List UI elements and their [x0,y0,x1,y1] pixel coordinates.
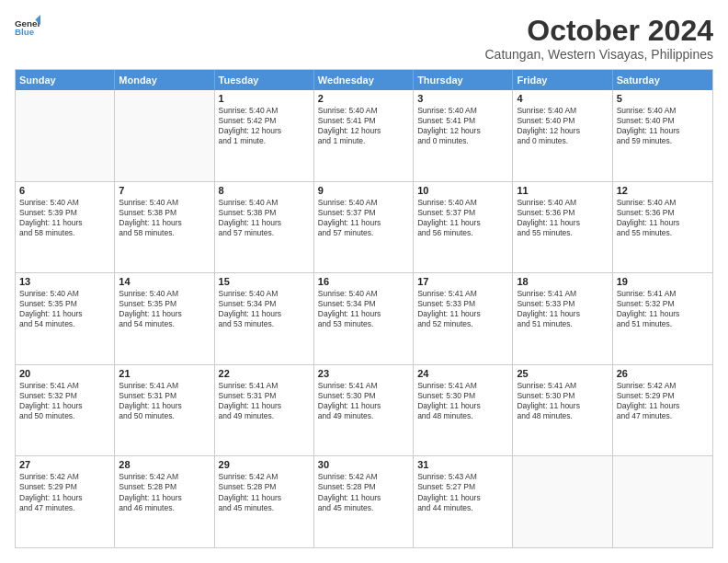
calendar-cell: 15Sunrise: 5:40 AM Sunset: 5:34 PM Dayli… [215,273,314,364]
day-number: 20 [19,368,110,379]
day-number: 2 [318,93,409,104]
main-title: October 2024 [484,15,713,47]
cell-text: Sunrise: 5:42 AM Sunset: 5:28 PM Dayligh… [219,472,310,512]
calendar-cell: 16Sunrise: 5:40 AM Sunset: 5:34 PM Dayli… [314,273,414,364]
calendar-cell [613,456,712,547]
day-number: 13 [19,276,110,287]
svg-text:Blue: Blue [15,27,35,37]
calendar-cell: 27Sunrise: 5:42 AM Sunset: 5:29 PM Dayli… [16,456,115,547]
cell-text: Sunrise: 5:41 AM Sunset: 5:32 PM Dayligh… [617,289,709,329]
day-number: 18 [517,276,608,287]
day-number: 10 [417,185,508,196]
day-number: 30 [318,459,409,470]
day-number: 29 [219,459,310,470]
page: General Blue October 2024 Catungan, West… [0,0,728,563]
calendar-cell: 12Sunrise: 5:40 AM Sunset: 5:36 PM Dayli… [613,182,712,273]
calendar-cell: 25Sunrise: 5:41 AM Sunset: 5:30 PM Dayli… [513,365,612,456]
calendar-cell: 24Sunrise: 5:41 AM Sunset: 5:30 PM Dayli… [414,365,513,456]
day-number: 1 [219,93,310,104]
cell-text: Sunrise: 5:40 AM Sunset: 5:35 PM Dayligh… [119,289,210,329]
calendar-cell: 28Sunrise: 5:42 AM Sunset: 5:28 PM Dayli… [115,456,214,547]
calendar-header-cell: Friday [513,70,612,90]
calendar-cell [513,456,612,547]
cell-text: Sunrise: 5:42 AM Sunset: 5:28 PM Dayligh… [119,472,210,512]
cell-text: Sunrise: 5:41 AM Sunset: 5:30 PM Dayligh… [417,381,508,421]
calendar-cell: 7Sunrise: 5:40 AM Sunset: 5:38 PM Daylig… [115,182,214,273]
day-number: 7 [119,185,210,196]
logo-icon: General Blue [15,15,40,40]
calendar-cell: 5Sunrise: 5:40 AM Sunset: 5:40 PM Daylig… [613,90,712,181]
calendar-cell: 26Sunrise: 5:42 AM Sunset: 5:29 PM Dayli… [613,365,712,456]
cell-text: Sunrise: 5:42 AM Sunset: 5:29 PM Dayligh… [617,381,709,421]
day-number: 14 [119,276,210,287]
calendar-cell: 17Sunrise: 5:41 AM Sunset: 5:33 PM Dayli… [414,273,513,364]
cell-text: Sunrise: 5:40 AM Sunset: 5:39 PM Dayligh… [19,198,110,238]
day-number: 11 [517,185,608,196]
day-number: 5 [617,93,709,104]
day-number: 9 [318,185,409,196]
day-number: 12 [617,185,709,196]
cell-text: Sunrise: 5:40 AM Sunset: 5:41 PM Dayligh… [318,106,409,146]
calendar-cell: 9Sunrise: 5:40 AM Sunset: 5:37 PM Daylig… [314,182,414,273]
calendar-header-cell: Sunday [16,70,115,90]
calendar-cell: 13Sunrise: 5:40 AM Sunset: 5:35 PM Dayli… [16,273,115,364]
cell-text: Sunrise: 5:40 AM Sunset: 5:35 PM Dayligh… [19,289,110,329]
calendar-cell: 21Sunrise: 5:41 AM Sunset: 5:31 PM Dayli… [115,365,214,456]
day-number: 26 [617,368,709,379]
day-number: 17 [417,276,508,287]
day-number: 8 [219,185,310,196]
calendar-cell: 3Sunrise: 5:40 AM Sunset: 5:41 PM Daylig… [414,90,513,181]
cell-text: Sunrise: 5:40 AM Sunset: 5:34 PM Dayligh… [318,289,409,329]
calendar-cell: 6Sunrise: 5:40 AM Sunset: 5:39 PM Daylig… [16,182,115,273]
calendar-cell: 11Sunrise: 5:40 AM Sunset: 5:36 PM Dayli… [513,182,612,273]
day-number: 19 [617,276,709,287]
day-number: 28 [119,459,210,470]
cell-text: Sunrise: 5:40 AM Sunset: 5:38 PM Dayligh… [219,198,310,238]
calendar-cell: 2Sunrise: 5:40 AM Sunset: 5:41 PM Daylig… [314,90,414,181]
cell-text: Sunrise: 5:40 AM Sunset: 5:37 PM Dayligh… [318,198,409,238]
calendar-cell: 19Sunrise: 5:41 AM Sunset: 5:32 PM Dayli… [613,273,712,364]
cell-text: Sunrise: 5:40 AM Sunset: 5:37 PM Dayligh… [417,198,508,238]
calendar-header-cell: Wednesday [314,70,414,90]
calendar-cell: 30Sunrise: 5:42 AM Sunset: 5:28 PM Dayli… [314,456,414,547]
calendar-row: 27Sunrise: 5:42 AM Sunset: 5:29 PM Dayli… [16,455,712,547]
cell-text: Sunrise: 5:41 AM Sunset: 5:31 PM Dayligh… [119,381,210,421]
cell-text: Sunrise: 5:42 AM Sunset: 5:29 PM Dayligh… [19,472,110,512]
day-number: 3 [417,93,508,104]
calendar-cell: 22Sunrise: 5:41 AM Sunset: 5:31 PM Dayli… [215,365,314,456]
cell-text: Sunrise: 5:41 AM Sunset: 5:30 PM Dayligh… [517,381,608,421]
cell-text: Sunrise: 5:41 AM Sunset: 5:33 PM Dayligh… [417,289,508,329]
header: General Blue October 2024 Catungan, West… [15,15,713,62]
calendar-cell [16,90,115,181]
cell-text: Sunrise: 5:40 AM Sunset: 5:36 PM Dayligh… [517,198,608,238]
calendar-cell: 10Sunrise: 5:40 AM Sunset: 5:37 PM Dayli… [414,182,513,273]
day-number: 27 [19,459,110,470]
calendar-row: 1Sunrise: 5:40 AM Sunset: 5:42 PM Daylig… [16,90,712,181]
cell-text: Sunrise: 5:41 AM Sunset: 5:33 PM Dayligh… [517,289,608,329]
calendar-row: 6Sunrise: 5:40 AM Sunset: 5:39 PM Daylig… [16,181,712,273]
day-number: 15 [219,276,310,287]
cell-text: Sunrise: 5:40 AM Sunset: 5:40 PM Dayligh… [617,106,709,146]
calendar-header-cell: Tuesday [215,70,314,90]
cell-text: Sunrise: 5:41 AM Sunset: 5:31 PM Dayligh… [219,381,310,421]
day-number: 16 [318,276,409,287]
calendar-body: 1Sunrise: 5:40 AM Sunset: 5:42 PM Daylig… [16,90,712,547]
cell-text: Sunrise: 5:40 AM Sunset: 5:42 PM Dayligh… [219,106,310,146]
cell-text: Sunrise: 5:40 AM Sunset: 5:36 PM Dayligh… [617,198,709,238]
calendar-cell: 8Sunrise: 5:40 AM Sunset: 5:38 PM Daylig… [215,182,314,273]
calendar: SundayMondayTuesdayWednesdayThursdayFrid… [15,69,713,548]
logo: General Blue [15,15,40,40]
day-number: 22 [219,368,310,379]
cell-text: Sunrise: 5:40 AM Sunset: 5:41 PM Dayligh… [417,106,508,146]
calendar-cell: 20Sunrise: 5:41 AM Sunset: 5:32 PM Dayli… [16,365,115,456]
cell-text: Sunrise: 5:40 AM Sunset: 5:38 PM Dayligh… [119,198,210,238]
calendar-header-cell: Saturday [613,70,712,90]
calendar-cell: 23Sunrise: 5:41 AM Sunset: 5:30 PM Dayli… [314,365,414,456]
cell-text: Sunrise: 5:40 AM Sunset: 5:34 PM Dayligh… [219,289,310,329]
day-number: 21 [119,368,210,379]
calendar-header-cell: Thursday [414,70,513,90]
calendar-header-cell: Monday [115,70,214,90]
cell-text: Sunrise: 5:40 AM Sunset: 5:40 PM Dayligh… [517,106,608,146]
calendar-cell: 31Sunrise: 5:43 AM Sunset: 5:27 PM Dayli… [414,456,513,547]
calendar-cell [115,90,214,181]
